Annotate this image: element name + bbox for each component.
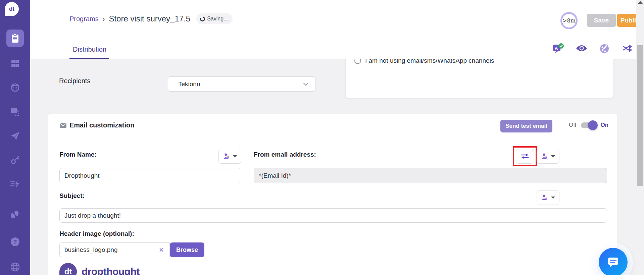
contacts-face-icon [10,83,20,92]
swap-email-button[interactable] [516,149,534,164]
chevron-down-icon [551,155,555,158]
person-hash-icon: # [541,194,549,201]
dt-logo[interactable]: dt [5,2,19,16]
dashboard-grid-icon [11,59,19,68]
envelope-icon [59,123,67,128]
breadcrumb-programs-link[interactable]: Programs [69,15,99,23]
chevron-down-icon [551,197,555,199]
language-globe-icon [10,262,20,272]
sidebar-item-surveys[interactable] [6,30,24,47]
swap-arrows-icon [521,153,529,160]
svg-text:?: ? [13,239,17,245]
saving-badge: Saving... [196,13,233,24]
header-image-preview: dt dropthought [59,263,140,275]
chevron-down-icon [303,82,308,86]
subject-variable-picker[interactable]: # [537,190,559,205]
send-test-email-button[interactable]: Send test email [500,120,552,132]
header-divider [30,59,636,59]
vertical-scrollbar[interactable] [636,0,644,275]
save-button[interactable]: Save [587,14,616,27]
toggle-off-label: Off [569,122,576,128]
survey-title: Store visit survey_17.5 [109,14,190,23]
sidebar-item-templates[interactable] [6,103,24,120]
access-key-icon [10,155,20,165]
section-divider [48,136,617,136]
recipients-label: Recipients [59,77,90,85]
sidebar-item-language[interactable] [6,258,24,275]
recipients-selected-value: Tekionn [178,80,303,88]
from-name-label: From Name: [59,151,97,158]
sidebar-item-dashboard[interactable] [6,55,24,72]
templates-copy-icon [10,107,20,116]
header-image-label: Header image (optional): [59,230,134,237]
theme-palette-icon[interactable] [599,42,611,54]
person-hash-icon: # [223,153,231,160]
app-window: Recipients Tekionn I am not using email/… [0,0,644,275]
from-email-label: From email address: [254,151,316,158]
email-channel-toggle[interactable] [581,122,596,128]
sidebar-item-contacts[interactable] [6,79,24,96]
survey-toolbar: A [552,42,644,54]
page-header: Programs › Store visit survey_17.5 Savin… [30,0,636,59]
chat-widget-button[interactable] [599,248,628,275]
share-icon[interactable] [622,42,634,54]
svg-text:#: # [545,155,547,160]
toggle-knob[interactable] [588,120,598,130]
recipients-dropdown[interactable]: Tekionn [168,76,315,92]
dropthought-logo-mark: dt [59,263,77,275]
from-email-input[interactable] [254,168,607,183]
subject-label: Subject: [59,192,85,200]
header-image-filename-box: business_logo.png ✕ [59,242,170,257]
preview-eye-icon[interactable] [576,42,588,54]
from-name-input[interactable] [59,168,241,183]
distribute-plane-icon [10,131,20,141]
sidebar: dt [0,0,30,275]
help-icon: ? [10,237,20,247]
integrations-puzzle-icon [10,211,20,219]
scrollbar-thumb[interactable] [637,45,643,186]
from-email-variable-picker[interactable]: # [537,149,559,164]
session-timer-badge: >8m [560,12,578,29]
sidebar-item-activity[interactable] [6,175,24,193]
scrollbar-up-arrow[interactable] [638,1,643,4]
breadcrumb-separator: › [103,15,105,23]
breadcrumb: Programs › Store visit survey_17.5 Savin… [69,13,233,24]
svg-text:#: # [545,196,547,201]
saving-text: Saving... [207,16,228,22]
sidebar-item-distribute[interactable] [6,127,24,145]
svg-text:#: # [227,155,229,160]
toggle-on-label: On [600,122,608,128]
activity-bolt-icon [10,180,20,188]
from-name-variable-picker[interactable]: # [218,149,241,164]
surveys-clipboard-icon [11,33,19,43]
header-image-filename: business_logo.png [64,246,157,254]
sidebar-item-integrations[interactable] [6,206,24,223]
sidebar-item-help[interactable]: ? [6,233,24,251]
dropthought-wordmark: dropthought [82,266,140,275]
person-hash-icon: # [541,153,549,160]
email-customization-title: Email customization [69,121,134,129]
tab-distribution[interactable]: Distribution [73,46,106,53]
chat-bubble-icon [607,257,620,268]
email-customization-card: Email customization Send test email Off … [48,114,618,275]
translate-check-icon[interactable]: A [552,42,564,54]
spinner-icon [200,16,205,22]
chevron-down-icon [233,155,237,158]
sidebar-item-access[interactable] [6,151,24,169]
subject-input[interactable] [59,208,607,223]
browse-button[interactable]: Browse [170,242,204,257]
clear-file-icon[interactable]: ✕ [157,246,165,254]
svg-text:A: A [555,46,558,51]
